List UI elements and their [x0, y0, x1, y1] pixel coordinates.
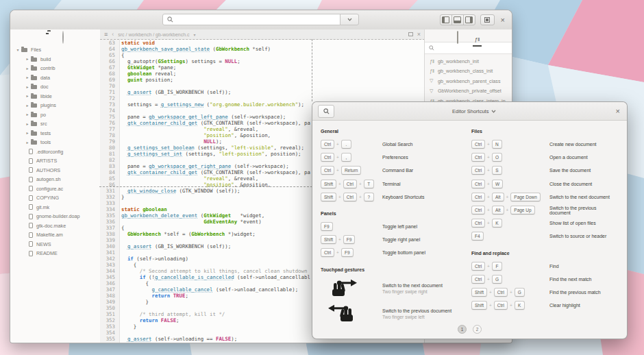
symbol-search-input[interactable]	[425, 42, 512, 54]
split-view-icon[interactable]	[408, 32, 413, 36]
symbol-list-item[interactable]: ▽GbWorkbench_private_offset	[425, 86, 512, 97]
keycap: Ctrl	[494, 288, 508, 297]
shortcut-row: Ctrl+GFind the next match	[471, 273, 619, 286]
dialog-title-text: Editor Shortcuts	[452, 108, 488, 114]
plus-separator: +	[338, 182, 341, 186]
tree-folder[interactable]: ▾Files	[10, 45, 100, 55]
tree-file[interactable]: ARTISTS	[10, 156, 100, 166]
plus-separator: +	[336, 155, 339, 160]
tree-file[interactable]: README	[10, 249, 100, 258]
tree-file[interactable]: Makefile.am	[10, 230, 100, 240]
shortcut-label: Find	[549, 264, 559, 269]
line-number: 73	[100, 101, 121, 108]
symbol-list-item[interactable]: ▽gb_workbench_parent_class	[425, 76, 512, 86]
shortcut-keys: Shift+Ctrl+?	[321, 193, 382, 201]
keycap: Shift	[321, 193, 336, 201]
keycap: F9	[321, 222, 333, 231]
shortcut-label: Toggle bottom panel	[382, 250, 425, 255]
global-search-input[interactable]	[162, 14, 340, 25]
dialog-close-button[interactable]: ×	[615, 107, 621, 115]
tree-file[interactable]: .editorconfig	[10, 147, 100, 157]
editor-close-icon[interactable]: ×	[417, 31, 421, 38]
tree-folder[interactable]: ▸plugins	[10, 101, 100, 110]
file-icon	[29, 186, 33, 191]
tree-file[interactable]: COPYING	[10, 193, 100, 203]
search-dropdown-button[interactable]	[340, 14, 359, 25]
tree-folder[interactable]: ▸data	[10, 73, 100, 83]
gesture-label: Switch to the next document	[382, 283, 443, 288]
tab-files[interactable]	[45, 31, 49, 34]
back-icon[interactable]: ‹	[112, 31, 114, 38]
dialog-title[interactable]: Editor Shortcuts	[334, 108, 615, 114]
menu-button[interactable]	[480, 14, 495, 25]
expander-icon[interactable]: ▸	[24, 130, 31, 136]
tree-folder[interactable]: ▸doc	[10, 82, 100, 92]
hamburger-icon[interactable]: ≡	[104, 31, 108, 38]
breadcrumb-caret-icon[interactable]: ▾	[194, 32, 196, 37]
tree-folder[interactable]: ▸src	[10, 119, 100, 129]
expander-icon[interactable]: ▸	[24, 66, 31, 71]
shortcut-search-button[interactable]	[318, 105, 334, 118]
expander-icon[interactable]: ▸	[24, 56, 31, 62]
page-dot[interactable]: 1	[458, 325, 467, 334]
search-icon	[429, 45, 434, 51]
shortcut-row: Ctrl+FFind	[471, 260, 619, 273]
keycap: Ctrl	[321, 166, 334, 175]
expander-icon[interactable]: ▸	[24, 140, 31, 145]
section-title: Touchpad gestures	[321, 267, 458, 272]
toggle-right-panel-button[interactable]	[463, 14, 475, 25]
keycap: Ctrl	[343, 180, 357, 188]
tree-file[interactable]: gtk-doc.make	[10, 221, 100, 231]
keycap: Ctrl	[471, 166, 485, 175]
symbol-list-item[interactable]: ƒ‖gb_workbench_class_init	[425, 66, 512, 77]
plus-separator: +	[338, 237, 341, 242]
page-dot[interactable]: 2	[473, 325, 482, 334]
gesture-icon-box	[321, 278, 382, 299]
tree-label: ARTISTS	[36, 158, 57, 164]
tree-file[interactable]: configure.ac	[10, 184, 100, 194]
tree-file[interactable]: git.mk	[10, 203, 100, 212]
symbol-label: gb_workbench_class_init	[438, 68, 493, 74]
expander-icon[interactable]: ▸	[24, 112, 31, 117]
expander-icon[interactable]: ▸	[24, 121, 31, 127]
tree-folder[interactable]: ▸tools	[10, 138, 100, 147]
expander-icon[interactable]: ▸	[24, 84, 31, 90]
tree-folder[interactable]: ▸libide	[10, 92, 100, 101]
tree-folder[interactable]: ▸contrib	[10, 64, 100, 73]
expander-icon[interactable]: ▸	[24, 93, 31, 99]
expander-icon[interactable]: ▸	[24, 103, 31, 108]
tab-todo[interactable]	[60, 31, 66, 46]
window-close-button[interactable]: ×	[499, 15, 506, 25]
symbol-list-item[interactable]: ƒ‖gb_workbench_init	[425, 56, 512, 66]
tree-folder[interactable]: ▸po	[10, 110, 100, 120]
tab-document[interactable]	[455, 31, 460, 46]
tree-file[interactable]: autogen.sh	[10, 175, 100, 184]
keycap: K	[515, 301, 525, 310]
swipe-left-icon	[327, 313, 358, 324]
bubble-icon	[62, 31, 64, 44]
keycap: K	[492, 219, 502, 228]
plus-separator: +	[489, 290, 492, 295]
tree-file[interactable]: AUTHORS	[10, 166, 100, 175]
tree-file[interactable]: gnome-builder.doap	[10, 212, 100, 221]
tree-folder[interactable]: ▸tests	[10, 129, 100, 138]
line-number: 343	[100, 262, 121, 268]
toggle-left-panel-button[interactable]	[440, 14, 452, 25]
shortcut-label: Show list of open files	[549, 221, 596, 225]
plus-separator: +	[336, 250, 339, 255]
line-number: 70	[100, 83, 121, 89]
toggle-bottom-panel-button[interactable]	[451, 14, 464, 25]
line-number: 331	[100, 188, 121, 194]
tab-symbols[interactable]: ƒ‖	[473, 31, 482, 46]
tree-file[interactable]: NEWS	[10, 240, 100, 249]
tree-folder[interactable]: ▸build	[10, 55, 100, 64]
bottom-panel-icon	[454, 16, 461, 23]
file-icon	[29, 241, 33, 247]
expander-icon[interactable]: ▸	[24, 75, 31, 80]
keycap: N	[492, 140, 502, 149]
file-icon	[29, 232, 33, 238]
expander-icon[interactable]: ▾	[14, 47, 21, 53]
breadcrumb[interactable]: src / workbench / gb-workbench.c	[118, 32, 189, 37]
keycap: Ctrl	[471, 262, 485, 271]
right-panel-icon	[465, 16, 473, 23]
